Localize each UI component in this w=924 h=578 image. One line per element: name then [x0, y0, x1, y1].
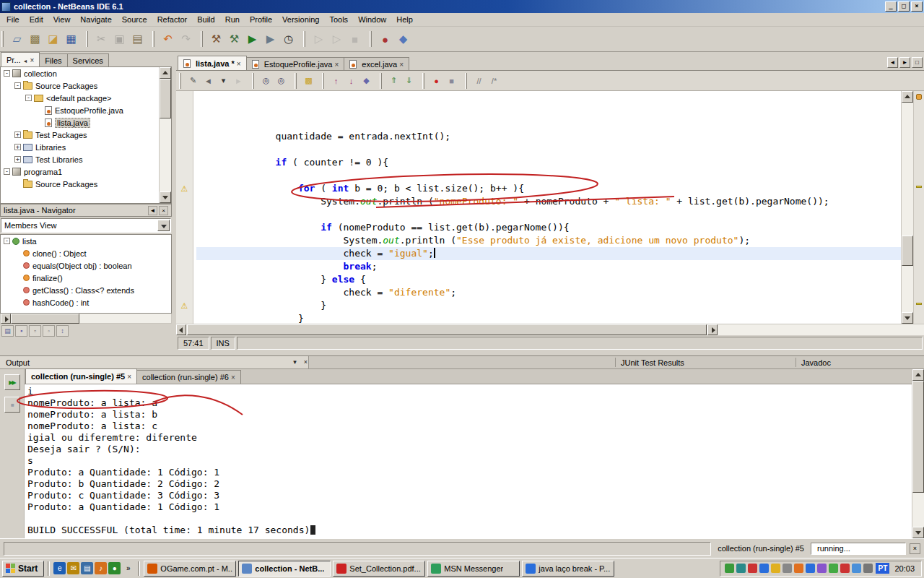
menu-help[interactable]: Help [391, 14, 418, 25]
scroll-down-icon[interactable] [160, 191, 171, 203]
next-usage-icon[interactable]: ⇓ [401, 73, 417, 88]
projects-scrollbar[interactable] [159, 67, 171, 203]
menu-run[interactable]: Run [220, 14, 245, 25]
junit-window-header[interactable]: JUnit Test Results [621, 358, 684, 367]
scroll-up-icon[interactable] [160, 67, 171, 79]
code-line-9[interactable]: System.out.println ("Esse produto já exi… [196, 234, 901, 247]
project-node-default-package[interactable]: -<default package> [1, 92, 171, 104]
output-console[interactable]: inomeProduto: a lista: anomeProduto: a l… [25, 384, 912, 538]
tree-expander-icon[interactable]: - [14, 82, 21, 89]
panel-tab-pr[interactable]: Pr... [1, 52, 40, 66]
close-tab-icon[interactable] [231, 373, 235, 381]
code-line-11[interactable]: break; [196, 260, 901, 273]
back-history-dropdown-icon[interactable]: ▾ [216, 73, 231, 88]
member-finalize[interactable]: finalize() [1, 272, 171, 284]
output-header[interactable]: Output ▾ × JUnit Test Results Javadoc [0, 356, 924, 369]
toolbar-gripper[interactable] [322, 73, 324, 89]
open-project-icon[interactable]: ◪ [44, 30, 62, 48]
menu-tools[interactable]: Tools [324, 14, 353, 25]
close-window-icon[interactable] [30, 56, 35, 64]
code-line-6[interactable]: System.out.println ("nomeProduto: " + no… [196, 195, 901, 208]
taskbar-window-set-collection-pdf[interactable]: Set_Collection.pdf... [333, 561, 425, 577]
close-tab-icon[interactable] [334, 60, 339, 69]
code-line-14[interactable]: } [196, 299, 901, 312]
toolbar-gripper[interactable] [465, 73, 467, 89]
tray-icon-2[interactable] [736, 564, 746, 573]
forward-icon[interactable]: ► [231, 73, 246, 88]
project-node-estoqueprofile-java[interactable]: EstoqueProfile.java [1, 104, 171, 116]
stop-macro-recording-icon[interactable]: ■ [444, 73, 459, 88]
start-button[interactable]: Start [2, 561, 44, 577]
redo-icon[interactable]: ↷ [177, 30, 195, 48]
run-main-project-icon[interactable]: ▶ [243, 30, 261, 48]
member-lista[interactable]: -lista [1, 235, 171, 247]
scroll-down-icon[interactable] [912, 527, 924, 538]
next-bookmark-icon[interactable]: ↓ [344, 73, 359, 88]
panel-tab-services[interactable]: Services [67, 53, 109, 66]
taskbar-window-msn-messenger[interactable]: MSN Messenger [427, 561, 520, 577]
new-file-icon[interactable]: ▱ [8, 30, 26, 48]
tray-icon-3[interactable] [748, 564, 757, 573]
toggle-bookmark-icon[interactable]: ◆ [359, 73, 374, 88]
tray-icon-6[interactable] [783, 564, 792, 573]
project-node-lista-java[interactable]: lista.java [1, 116, 171, 129]
tray-icon-7[interactable] [794, 564, 803, 573]
cancel-process-icon[interactable]: × [910, 543, 920, 554]
menu-source[interactable]: Source [117, 14, 152, 25]
menu-navigate[interactable]: Navigate [75, 14, 116, 25]
tray-icon-4[interactable] [759, 564, 769, 573]
scroll-left-icon[interactable] [176, 324, 186, 335]
paste-icon[interactable]: ▤ [128, 30, 147, 48]
scroll-right-icon[interactable] [1, 314, 11, 324]
code-line-3[interactable]: if ( counter != 0 ){ [196, 156, 901, 169]
profile-point-icon[interactable]: ◆ [394, 30, 412, 48]
toggle-highlight-search-icon[interactable]: ▩ [301, 73, 316, 88]
rerun-button[interactable]: ▶▶ [4, 374, 20, 390]
scrollbar-thumb[interactable] [902, 236, 913, 266]
toolbar-gripper[interactable] [380, 73, 382, 89]
previous-usage-icon[interactable]: ⇑ [386, 73, 401, 88]
scroll-tabs-right-icon[interactable]: ► [899, 57, 910, 68]
editor-tab-lista-java[interactable]: lista.java * [178, 56, 247, 70]
back-icon[interactable]: ◄ [201, 73, 216, 88]
toolbar-gripper[interactable] [201, 31, 203, 47]
restore-button[interactable]: □ [898, 1, 910, 12]
tree-expander-icon[interactable]: + [14, 156, 21, 163]
member-equals-object-obj-boolean[interactable]: equals(Object obj) : boolean [1, 259, 171, 272]
code-line-10[interactable]: check = "igual"; [196, 247, 901, 260]
scrollbar-thumb[interactable] [160, 79, 171, 118]
project-node-programa1[interactable]: -programa1 [1, 165, 171, 178]
code-line-8[interactable]: if (nomeProduto == list.get(b).pegarNome… [196, 221, 901, 234]
project-node-test-packages[interactable]: +Test Packages [1, 129, 171, 141]
minimize-button[interactable]: _ [885, 1, 897, 12]
close-tab-icon[interactable] [399, 60, 404, 69]
editor-tab-excel-java[interactable]: excel.java [344, 57, 409, 70]
toolbar-gripper[interactable] [295, 73, 297, 89]
toolbar-gripper[interactable] [303, 31, 305, 47]
tray-icon-8[interactable] [806, 564, 815, 573]
stop-button[interactable]: ■ [4, 397, 20, 413]
start-macro-recording-icon[interactable]: ● [429, 73, 444, 88]
stop-execution-icon[interactable]: ■ [346, 30, 364, 48]
navigator-view-select[interactable]: Members View [1, 218, 171, 233]
toggle-breakpoint-icon[interactable]: ● [376, 30, 394, 48]
output-tab-collection-run-single-5[interactable]: collection (run-single) #5 [25, 368, 137, 384]
clean-and-build-main-project-icon[interactable]: ⚒ [225, 30, 243, 48]
editor-vertical-scrollbar[interactable] [901, 91, 913, 324]
warning-mark[interactable] [916, 303, 922, 305]
show-fields-filter-icon[interactable]: ▪ [15, 325, 27, 337]
output-tab-collection-run-single-6[interactable]: collection (run-single) #6 [136, 370, 241, 384]
code-line-1[interactable]: quantidade = entrada.nextInt(); [196, 130, 901, 143]
quick-launch-icon-5[interactable]: ● [108, 562, 121, 574]
last-edit-location-icon[interactable]: ✎ [186, 73, 201, 88]
maximize-window-icon[interactable]: □ [912, 57, 923, 68]
run-file-icon[interactable]: ▷ [310, 30, 328, 48]
menu-profile[interactable]: Profile [245, 14, 277, 25]
warning-mark[interactable] [916, 186, 922, 188]
debug-file-icon[interactable]: ▷ [328, 30, 346, 48]
pin-window-icon[interactable] [23, 56, 28, 64]
show-non-public-filter-icon[interactable]: ◦ [43, 325, 55, 337]
code-line-13[interactable]: check = "diferente"; [196, 286, 901, 299]
scroll-tabs-left-icon[interactable]: ◄ [887, 57, 898, 68]
find-selection-icon[interactable]: ◎ [258, 73, 274, 88]
